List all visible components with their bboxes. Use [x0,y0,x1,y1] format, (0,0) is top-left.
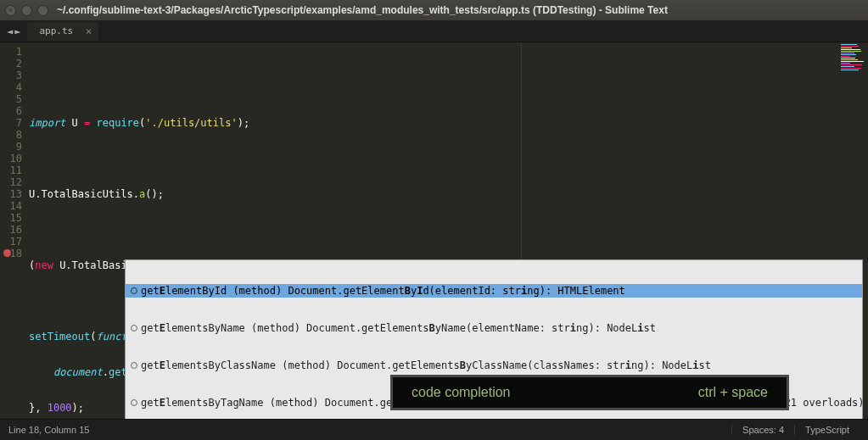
status-language[interactable]: TypeScript [794,425,860,435]
completion-kind-icon [131,362,137,369]
line-number: 4 [0,81,22,93]
error-gutter-icon[interactable] [3,249,11,257]
code-area[interactable]: import U = require('./utils/utils'); U.T… [29,42,839,419]
completion-kind-icon [131,325,137,331]
line-number: 13 [0,188,22,200]
minimize-window-button[interactable] [21,5,32,16]
completion-item[interactable]: getElementsByName (method) Document.getE… [126,321,862,335]
line-number: 16 [0,224,22,236]
completion-item[interactable]: getElementsByClassName (method) Document… [126,359,862,372]
completion-kind-icon [131,399,137,406]
hint-label: code completion [412,385,511,400]
status-bar: Line 18, Column 15 Spaces: 4 TypeScript [0,419,868,440]
editor[interactable]: 1 2 3 4 5 6 7 8 9 10 11 12 13 14 15 16 1… [0,42,868,419]
autocomplete-popup[interactable]: getElementById (method) Document.getElem… [125,259,863,440]
status-indent[interactable]: Spaces: 4 [731,425,794,435]
line-number: 6 [0,105,22,117]
nav-arrows: ◄ ► [0,25,27,37]
line-number: 3 [0,70,22,81]
line-number: 9 [0,141,22,153]
line-number: 1 [0,46,22,58]
window-title: ~/.config/sublime-text-3/Packages/Arctic… [57,4,668,16]
line-number: 10 [0,153,22,164]
window-controls: × [5,5,48,16]
tab-bar: ◄ ► app.ts × [0,20,868,42]
completion-item[interactable]: getElementById (method) Document.getElem… [126,284,862,298]
nav-back-icon[interactable]: ◄ [7,25,13,37]
line-number: 15 [0,212,22,224]
completion-kind-icon [131,287,137,294]
close-window-button[interactable]: × [5,5,16,16]
hint-shortcut: ctrl + space [698,385,768,400]
hint-overlay: code completion ctrl + space [390,375,789,410]
window-titlebar: × ~/.config/sublime-text-3/Packages/Arct… [0,0,868,20]
tab-close-icon[interactable]: × [86,25,92,37]
line-number: 11 [0,164,22,176]
line-number: 5 [0,93,22,105]
maximize-window-button[interactable] [37,5,48,16]
line-number: 17 [0,236,22,248]
gutter: 1 2 3 4 5 6 7 8 9 10 11 12 13 14 15 16 1… [0,42,29,419]
line-number: 8 [0,129,22,141]
tab-label: app.ts [39,25,73,36]
line-number: 7 [0,117,22,129]
line-number: 12 [0,176,22,188]
tab-app-ts[interactable]: app.ts × [27,22,98,41]
nav-forward-icon[interactable]: ► [14,25,20,37]
line-number: 14 [0,200,22,212]
line-number: 2 [0,58,22,70]
status-cursor-position[interactable]: Line 18, Column 15 [8,425,89,435]
